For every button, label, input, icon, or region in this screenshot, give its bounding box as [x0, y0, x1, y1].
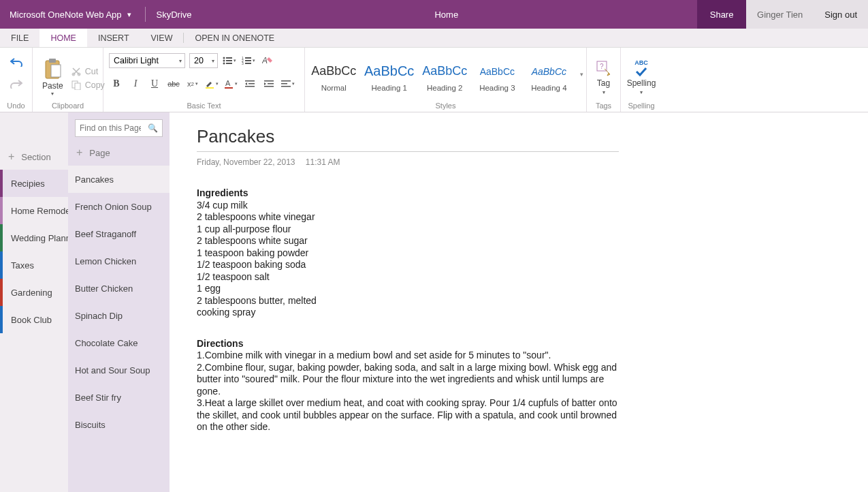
spelling-label: Spelling [627, 78, 656, 88]
style-label: Heading 4 [531, 84, 566, 92]
svg-rect-23 [245, 80, 255, 82]
ingredient-line: 3/4 cup milk [197, 200, 619, 212]
ingredient-line: 2 tablespoons white sugar [197, 235, 619, 247]
tab-open-in-onenote[interactable]: OPEN IN ONENOTE [184, 29, 285, 47]
page-item-beef-stir-fry[interactable]: Beef Stir fry [68, 384, 170, 411]
undo-button[interactable] [9, 55, 24, 70]
tag-icon: ? [595, 59, 613, 77]
chevron-down-icon: ▾ [127, 10, 131, 19]
style-preview: AaBbCc [532, 61, 566, 82]
style-heading-2[interactable]: AaBbCcHeading 2 [420, 59, 469, 93]
page-title[interactable]: Pancakes [197, 126, 619, 152]
section-item-gardening[interactable]: Gardening [0, 279, 68, 306]
section-item-taxes[interactable]: Taxes [0, 251, 68, 279]
font-size-combo[interactable]: 20▾ [189, 53, 218, 68]
increase-indent-button[interactable] [261, 76, 276, 91]
basic-text-group-label: Basic Text [103, 102, 304, 112]
page-meta: Friday, November 22, 2013 11:31 AM [197, 157, 841, 167]
align-button[interactable] [280, 76, 295, 91]
cut-label: Cut [85, 67, 98, 76]
ribbon-tabs: FILE HOME INSERT VIEW OPEN IN ONENOTE [0, 29, 868, 48]
chevron-down-icon: ▾ [212, 58, 214, 64]
clear-formatting-button[interactable]: A [260, 53, 275, 68]
tag-button[interactable]: ? Tag ▾ [588, 57, 620, 95]
numbering-button[interactable]: 123 [241, 53, 256, 68]
add-section-label: Section [21, 152, 50, 162]
section-item-home-remodel[interactable]: Home Remodel [0, 197, 68, 224]
underline-button[interactable]: U [147, 76, 162, 91]
tag-label: Tag [597, 78, 610, 88]
share-button[interactable]: Share [697, 0, 746, 29]
page-item-chocolate-cake[interactable]: Chocolate Cake [68, 329, 170, 356]
bullets-button[interactable] [222, 53, 237, 68]
style-preview: AaBbCc [480, 61, 515, 82]
section-item-wedding-planning[interactable]: Wedding Planning [0, 224, 68, 251]
skydrive-link[interactable]: SkyDrive [152, 10, 196, 20]
style-preview: AaBbCc [422, 61, 467, 82]
svg-rect-28 [264, 86, 274, 87]
add-page-label: Page [89, 148, 110, 158]
style-label: Normal [321, 84, 347, 92]
svg-rect-30 [281, 83, 287, 84]
spelling-button[interactable]: ABC Spelling ▾ [620, 57, 663, 95]
sign-out-link[interactable]: Sign out [814, 10, 868, 20]
subscript-button[interactable]: x2 [185, 76, 200, 91]
italic-button[interactable]: I [128, 76, 143, 91]
svg-rect-8 [226, 57, 232, 59]
bold-button[interactable]: B [109, 76, 124, 91]
add-page-button[interactable]: + Page [68, 144, 170, 166]
svg-point-11 [223, 63, 225, 65]
note-body[interactable]: Ingredients 3/4 cup milk2 tablespoons wh… [197, 187, 619, 433]
page-item-beef-straganoff[interactable]: Beef Straganoff [68, 220, 170, 247]
style-normal[interactable]: AaBbCcNormal [309, 59, 358, 93]
ingredient-line: 1/2 teaspoon salt [197, 271, 619, 283]
scissors-icon [71, 67, 81, 76]
decrease-indent-button[interactable] [242, 76, 257, 91]
tab-insert[interactable]: INSERT [87, 29, 140, 47]
style-heading-4[interactable]: AaBbCcHeading 4 [525, 59, 573, 93]
paste-button[interactable]: Paste ▾ [38, 55, 67, 97]
font-size-value: 20 [194, 56, 204, 65]
tags-group-label: Tags [587, 102, 620, 112]
copy-label: Copy [85, 80, 105, 90]
tab-home[interactable]: HOME [39, 29, 87, 47]
note-content[interactable]: Pancakes Friday, November 22, 2013 11:31… [170, 112, 868, 492]
style-heading-3[interactable]: AaBbCcHeading 3 [473, 59, 521, 93]
section-item-recipies[interactable]: Recipies [0, 170, 68, 197]
style-preview: AaBbCc [311, 61, 356, 82]
search-box[interactable]: 🔍 [75, 119, 163, 137]
add-section-button[interactable]: + Section [0, 144, 68, 170]
font-name-combo[interactable]: Calibri Light▾ [109, 53, 185, 68]
search-input[interactable] [80, 123, 141, 133]
plus-icon: + [76, 147, 82, 159]
page-item-spinach-dip[interactable]: Spinach Dip [68, 302, 170, 329]
tab-view[interactable]: VIEW [140, 29, 184, 47]
app-menu[interactable]: Microsoft OneNote Web App ▾ [0, 10, 138, 20]
ingredient-line: 2 tablespoons butter, melted [197, 295, 619, 307]
page-item-biscuits[interactable]: Biscuits [68, 411, 170, 438]
svg-rect-6 [75, 83, 80, 90]
page-item-pancakes[interactable]: Pancakes [68, 166, 170, 193]
copy-button[interactable]: Copy [71, 80, 105, 90]
svg-text:?: ? [600, 63, 604, 70]
strikethrough-button[interactable]: abc [166, 76, 181, 91]
font-color-button[interactable]: A [223, 76, 238, 91]
styles-more-button[interactable]: ▾ [577, 71, 586, 82]
style-heading-1[interactable]: AaBbCcHeading 1 [362, 59, 416, 93]
user-area: Ginger Tien Sign out [746, 0, 868, 29]
redo-button[interactable] [9, 76, 24, 91]
section-item-book-club[interactable]: Book Club [0, 306, 68, 333]
style-label: Heading 2 [427, 84, 462, 92]
page-item-hot-and-sour-soup[interactable]: Hot and Sour Soup [68, 356, 170, 384]
highlight-button[interactable] [204, 76, 219, 91]
page-item-french-onion-soup[interactable]: French Onion Soup [68, 193, 170, 220]
cut-button[interactable]: Cut [71, 67, 105, 76]
user-name[interactable]: Ginger Tien [746, 10, 814, 20]
page-item-butter-chicken[interactable]: Butter Chicken [68, 275, 170, 302]
page-item-lemon-chicken[interactable]: Lemon Chicken [68, 247, 170, 275]
svg-point-7 [223, 57, 225, 59]
tab-file[interactable]: FILE [0, 29, 39, 47]
svg-rect-12 [226, 63, 232, 64]
notebook-title: Home [196, 10, 698, 20]
style-label: Heading 3 [479, 84, 515, 92]
